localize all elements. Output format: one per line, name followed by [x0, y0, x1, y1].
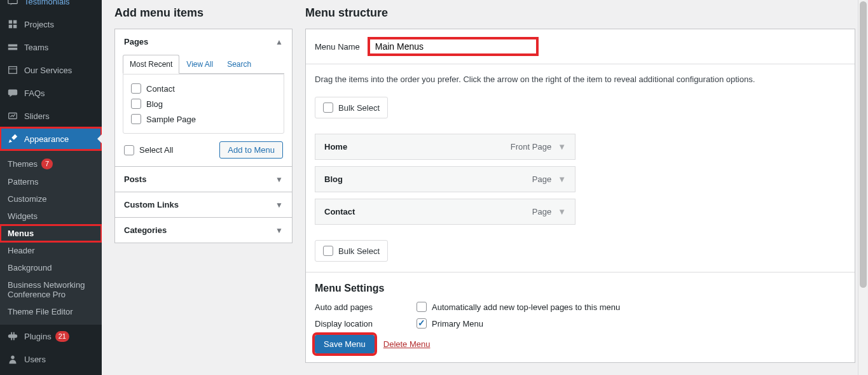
- submenu-theme-file-editor[interactable]: Theme File Editor: [0, 303, 102, 320]
- chevron-down-icon[interactable]: ▼: [558, 174, 566, 184]
- display-location-checkbox[interactable]: Primary Menu: [417, 318, 483, 329]
- sidebar-label: Plugins: [24, 332, 52, 341]
- drag-hint: Drag the items into the order you prefer…: [315, 74, 846, 84]
- select-all-checkbox[interactable]: Select All: [124, 143, 173, 158]
- sidebar-label: Users: [24, 355, 46, 364]
- sidebar-item-sliders[interactable]: Sliders: [0, 104, 102, 127]
- submenu-label: Themes: [8, 159, 38, 169]
- sidebar-label: Sliders: [24, 111, 50, 121]
- sidebar-label: Teams: [24, 43, 48, 52]
- chevron-down-icon: ▼: [275, 226, 283, 235]
- chevron-down-icon: ▼: [275, 175, 283, 184]
- sidebar-label: FAQs: [24, 88, 45, 98]
- projects-icon: [6, 18, 19, 31]
- svg-rect-5: [8, 45, 17, 47]
- menu-item-contact[interactable]: Contact Page▼: [315, 199, 575, 225]
- tab-view-all[interactable]: View All: [179, 55, 220, 74]
- themes-update-badge: 7: [41, 159, 53, 169]
- svg-rect-6: [8, 48, 17, 50]
- submenu-background[interactable]: Background: [0, 259, 102, 276]
- tab-most-recent[interactable]: Most Recent: [123, 55, 179, 74]
- auto-add-label: Auto add pages: [315, 302, 417, 312]
- sidebar-item-projects[interactable]: Projects: [0, 13, 102, 36]
- accordion-categories: Categories ▼: [114, 218, 293, 243]
- submenu-customize[interactable]: Customize: [0, 190, 102, 208]
- page-checkbox-blog[interactable]: Blog: [131, 96, 276, 111]
- checkbox-icon[interactable]: [323, 103, 333, 113]
- add-to-menu-button[interactable]: Add to Menu: [219, 141, 283, 159]
- accordion-posts: Posts ▼: [114, 167, 293, 192]
- sliders-icon: [6, 110, 19, 122]
- accordion-title: Custom Links: [124, 200, 179, 209]
- svg-rect-1: [9, 20, 12, 24]
- menu-settings-heading: Menu Settings: [315, 283, 846, 294]
- accordion-custom-links: Custom Links ▼: [114, 192, 293, 218]
- bulk-select-bottom[interactable]: Bulk Select: [315, 240, 388, 262]
- svg-point-9: [11, 356, 14, 359]
- save-menu-button[interactable]: Save Menu: [315, 335, 375, 353]
- accordion-custom-links-header[interactable]: Custom Links ▼: [115, 192, 292, 217]
- appearance-submenu: Themes 7 Patterns Customize Widgets Menu…: [0, 150, 102, 325]
- accordion-posts-header[interactable]: Posts ▼: [115, 167, 292, 192]
- sidebar-item-services[interactable]: Our Services: [0, 59, 102, 81]
- submenu-header[interactable]: Header: [0, 242, 102, 259]
- accordion-title: Pages: [124, 37, 148, 46]
- menu-item-home[interactable]: Home Front Page▼: [315, 134, 575, 160]
- sidebar-item-faqs[interactable]: FAQs: [0, 81, 102, 104]
- chevron-down-icon[interactable]: ▼: [558, 207, 566, 216]
- main-content: Add menu items Pages ▲ Most Recent View …: [102, 0, 868, 375]
- scrollbar-track[interactable]: [858, 0, 867, 375]
- delete-menu-link[interactable]: Delete Menu: [383, 339, 431, 349]
- menu-name-input[interactable]: [368, 37, 539, 56]
- checkbox-icon[interactable]: [417, 302, 427, 312]
- checkbox-icon[interactable]: [124, 145, 134, 155]
- menu-settings: Menu Settings Auto add pages Automatical…: [306, 272, 855, 362]
- scrollbar-thumb[interactable]: [860, 1, 867, 288]
- accordion-title: Categories: [124, 225, 167, 235]
- plugins-update-badge: 21: [55, 331, 69, 342]
- submenu-themes[interactable]: Themes 7: [0, 155, 102, 173]
- submenu-widgets[interactable]: Widgets: [0, 208, 102, 225]
- menu-items-list: Home Front Page▼ Blog Page▼ Contact Page…: [315, 134, 846, 225]
- sidebar-item-appearance[interactable]: Appearance: [0, 127, 102, 150]
- submenu-patterns[interactable]: Patterns: [0, 173, 102, 190]
- sidebar-label: Projects: [24, 20, 54, 29]
- chevron-down-icon[interactable]: ▼: [558, 142, 566, 152]
- sidebar-item-testimonials[interactable]: Testimonials: [0, 0, 102, 13]
- svg-rect-7: [9, 67, 17, 74]
- teams-icon: [6, 41, 19, 53]
- sidebar-item-users[interactable]: Users: [0, 348, 102, 371]
- chevron-up-icon: ▲: [275, 38, 283, 46]
- accordion-categories-header[interactable]: Categories ▼: [115, 218, 292, 243]
- services-icon: [6, 64, 19, 76]
- menu-panel: Menu Name Drag the items into the order …: [305, 29, 855, 363]
- checkbox-icon[interactable]: [131, 99, 141, 109]
- svg-rect-0: [8, 0, 17, 4]
- sidebar-item-teams[interactable]: Teams: [0, 36, 102, 59]
- sidebar-label: Our Services: [24, 66, 72, 75]
- submenu-menus[interactable]: Menus: [0, 225, 102, 242]
- accordion-pages-header[interactable]: Pages ▲: [115, 29, 292, 54]
- svg-rect-2: [13, 20, 17, 24]
- bulk-select-top[interactable]: Bulk Select: [315, 97, 388, 118]
- checkbox-icon[interactable]: [131, 114, 141, 124]
- accordion-title: Posts: [124, 174, 146, 184]
- checkbox-icon[interactable]: [323, 246, 333, 256]
- display-location-label: Display location: [315, 319, 417, 329]
- page-checkbox-sample[interactable]: Sample Page: [131, 111, 276, 127]
- checkbox-checked-icon[interactable]: [417, 318, 427, 329]
- chevron-down-icon: ▼: [275, 201, 283, 209]
- sidebar-label: Testimonials: [24, 0, 70, 6]
- tab-search[interactable]: Search: [220, 55, 258, 74]
- checkbox-icon[interactable]: [131, 83, 141, 94]
- sidebar-label: Appearance: [24, 134, 69, 144]
- submenu-business-networking[interactable]: Business Networking Conference Pro: [0, 276, 102, 303]
- menu-item-blog[interactable]: Blog Page▼: [315, 166, 575, 192]
- sidebar-item-plugins[interactable]: Plugins 21: [0, 325, 102, 348]
- admin-sidebar: Testimonials Projects Teams Our Services…: [0, 0, 102, 375]
- page-checkbox-contact[interactable]: Contact: [131, 81, 276, 96]
- auto-add-checkbox[interactable]: Automatically add new top-level pages to…: [417, 302, 620, 312]
- faqs-icon: [6, 87, 19, 99]
- svg-rect-3: [9, 25, 12, 28]
- menu-structure-heading: Menu structure: [305, 6, 855, 20]
